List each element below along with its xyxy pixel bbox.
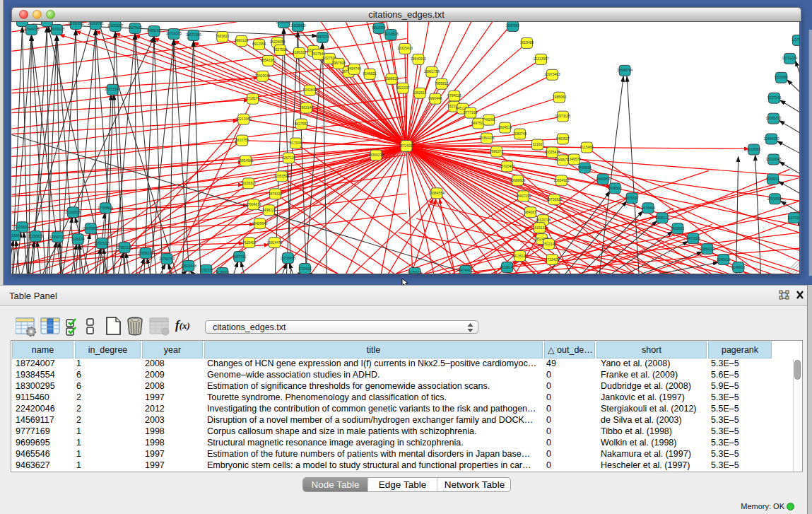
svg-text:3878332: 3878332 — [269, 192, 283, 196]
svg-text:12213369: 12213369 — [236, 117, 252, 121]
svg-text:13325419: 13325419 — [397, 46, 413, 50]
svg-text:10654112: 10654112 — [700, 247, 715, 251]
svg-text:10654981: 10654981 — [238, 158, 254, 163]
svg-text:20206526: 20206526 — [65, 210, 81, 214]
svg-text:12973115: 12973115 — [555, 114, 570, 118]
svg-text:12923448: 12923448 — [181, 264, 196, 268]
svg-text:252214: 252214 — [543, 242, 555, 246]
svg-text:9777169: 9777169 — [464, 110, 478, 115]
svg-text:1527602: 1527602 — [128, 25, 142, 30]
svg-text:984067: 984067 — [524, 210, 536, 214]
svg-text:11156829: 11156829 — [28, 234, 44, 238]
svg-text:3498222: 3498222 — [262, 208, 276, 212]
svg-text:1615132: 1615132 — [533, 226, 547, 230]
svg-text:17004678: 17004678 — [246, 202, 261, 206]
svg-text:18300295: 18300295 — [368, 153, 384, 157]
svg-text:8990448: 8990448 — [428, 96, 442, 100]
svg-text:12093372: 12093372 — [765, 116, 781, 120]
svg-text:12213967: 12213967 — [533, 57, 548, 61]
svg-text:21293765: 21293765 — [88, 22, 103, 25]
svg-text:8471626: 8471626 — [686, 236, 700, 240]
svg-text:2718176: 2718176 — [246, 96, 260, 100]
svg-text:1117061: 1117061 — [792, 37, 800, 42]
svg-text:12849055: 12849055 — [23, 27, 39, 31]
svg-text:8454749: 8454749 — [348, 66, 362, 71]
svg-text:1610755: 1610755 — [235, 138, 249, 142]
svg-text:17359924: 17359924 — [98, 206, 113, 210]
svg-text:12235001: 12235001 — [14, 225, 30, 229]
svg-text:19756928: 19756928 — [546, 197, 562, 201]
svg-text:3824514: 3824514 — [498, 125, 512, 129]
svg-text:16961758: 16961758 — [424, 69, 440, 74]
svg-text:20364436: 20364436 — [479, 136, 495, 140]
svg-text:9135121: 9135121 — [408, 270, 422, 274]
svg-text:9242843: 9242843 — [303, 88, 317, 92]
svg-text:8186323: 8186323 — [293, 50, 307, 54]
svg-text:1640954: 1640954 — [596, 177, 611, 181]
svg-text:3267110: 3267110 — [282, 156, 295, 160]
svg-text:17016504: 17016504 — [767, 197, 782, 201]
svg-text:23420046: 23420046 — [255, 74, 271, 78]
svg-text:9135001: 9135001 — [216, 270, 230, 274]
svg-text:16648784: 16648784 — [617, 68, 632, 72]
svg-text:9115460: 9115460 — [580, 145, 594, 149]
svg-text:1292335: 1292335 — [199, 268, 213, 272]
svg-text:2935114: 2935114 — [655, 216, 669, 220]
svg-text:7663822: 7663822 — [216, 34, 230, 38]
svg-text:9474444: 9474444 — [641, 206, 655, 210]
svg-text:15716485: 15716485 — [280, 256, 295, 260]
svg-text:817004: 817004 — [290, 141, 302, 145]
svg-text:9245613: 9245613 — [731, 265, 746, 269]
svg-text:16671385: 16671385 — [186, 33, 201, 37]
svg-text:9463627: 9463627 — [556, 136, 570, 141]
svg-text:18407299: 18407299 — [515, 194, 531, 198]
svg-text:15640910: 15640910 — [411, 57, 426, 61]
svg-text:1733427: 1733427 — [546, 257, 560, 262]
svg-text:9146821: 9146821 — [363, 71, 377, 76]
svg-text:8427552: 8427552 — [295, 122, 309, 126]
svg-text:12444150: 12444150 — [763, 136, 779, 141]
svg-text:15226058: 15226058 — [269, 40, 285, 44]
svg-text:19351955: 19351955 — [68, 22, 83, 25]
svg-text:12942737: 12942737 — [49, 235, 65, 239]
svg-text:1569231: 1569231 — [766, 177, 780, 181]
svg-text:1588520: 1588520 — [384, 76, 399, 81]
svg-text:8813054: 8813054 — [372, 25, 386, 30]
svg-text:10688609: 10688609 — [510, 178, 525, 182]
svg-text:16033809: 16033809 — [290, 23, 305, 28]
svg-text:10653287: 10653287 — [107, 23, 123, 28]
svg-text:7886372: 7886372 — [490, 149, 504, 153]
svg-text:10958107: 10958107 — [138, 251, 153, 255]
svg-text:19218506: 19218506 — [383, 32, 399, 36]
svg-text:10973493: 10973493 — [544, 72, 560, 76]
svg-text:15751074: 15751074 — [782, 56, 797, 60]
svg-text:2803144: 2803144 — [300, 105, 314, 110]
svg-text:9227343: 9227343 — [767, 95, 782, 100]
svg-text:8912954: 8912954 — [252, 42, 266, 46]
svg-text:1080748: 1080748 — [513, 132, 527, 136]
svg-text:16543362: 16543362 — [260, 58, 276, 62]
svg-text:8466160: 8466160 — [147, 28, 161, 33]
svg-text:9699695: 9699695 — [578, 165, 592, 170]
svg-text:3215955: 3215955 — [747, 147, 761, 151]
svg-text:9527508: 9527508 — [273, 47, 288, 52]
svg-text:14136142: 14136142 — [512, 254, 527, 258]
svg-text:20691406: 20691406 — [39, 22, 54, 23]
svg-text:18724007: 18724007 — [399, 144, 414, 148]
svg-text:8938923: 8938923 — [608, 186, 622, 190]
svg-text:1145134: 1145134 — [71, 237, 85, 241]
svg-text:17957225: 17957225 — [117, 245, 132, 250]
svg-text:9474421: 9474421 — [459, 269, 473, 273]
svg-text:62160: 62160 — [533, 142, 543, 146]
svg-text:6794028: 6794028 — [447, 93, 461, 98]
svg-text:1167530: 1167530 — [787, 216, 800, 220]
svg-text:1362615: 1362615 — [413, 90, 427, 95]
svg-text:16120746: 16120746 — [535, 218, 551, 222]
svg-text:1733426: 1733426 — [298, 267, 312, 271]
svg-text:9245612: 9245612 — [717, 257, 731, 262]
svg-text:7632621: 7632621 — [671, 226, 685, 230]
svg-text:3822037: 3822037 — [396, 86, 410, 90]
svg-text:18003125: 18003125 — [49, 27, 64, 31]
svg-text:8660124: 8660124 — [235, 38, 249, 42]
svg-text:14055717: 14055717 — [14, 22, 30, 23]
